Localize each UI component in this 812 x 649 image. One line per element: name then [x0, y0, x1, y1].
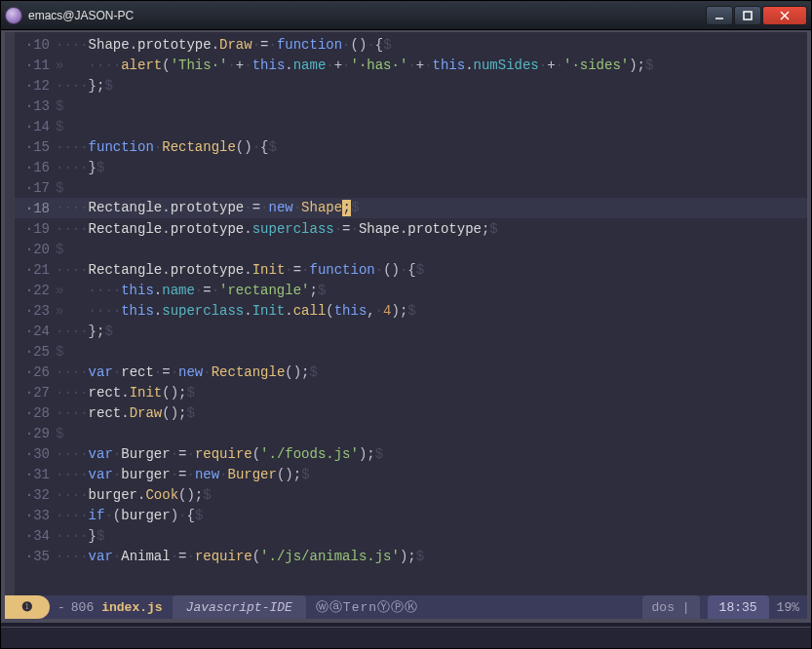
- code-line[interactable]: ·21····Rectangle.prototype.Init·=·functi…: [15, 259, 807, 280]
- code-line[interactable]: ·13$: [15, 95, 807, 116]
- minor-modes[interactable]: ⓦⓐTernⓎⓅⓀ: [316, 598, 418, 616]
- line-number: ·22: [15, 283, 56, 298]
- titlebar: emacs@JASON-PC: [1, 1, 811, 30]
- code-line[interactable]: ·28····rect.Draw();$: [15, 402, 807, 423]
- modified-indicator: -: [58, 600, 65, 615]
- buffer-size: 806: [71, 600, 94, 615]
- code-line[interactable]: ·25$: [15, 341, 807, 362]
- code-content: $: [56, 344, 63, 360]
- code-content: » ····alert('This·'·+·this.name·+·'·has·…: [56, 57, 653, 73]
- code-line[interactable]: ·15····function·Rectangle()·{$: [15, 136, 807, 157]
- fringe: [5, 32, 15, 619]
- code-content: ····}$: [56, 528, 104, 544]
- svg-rect-1: [744, 12, 752, 19]
- code-content: ····var·burger·=·new·Burger();$: [56, 467, 310, 482]
- maximize-button[interactable]: [734, 6, 761, 25]
- minimize-button[interactable]: [706, 6, 733, 25]
- code-line[interactable]: ·22» ····this.name·=·'rectangle';$: [15, 280, 807, 300]
- line-number: ·14: [15, 119, 56, 134]
- line-number: ·28: [15, 405, 56, 421]
- code-line[interactable]: ·27····rect.Init();$: [15, 382, 807, 402]
- window-controls: [706, 6, 807, 25]
- line-number: ·20: [15, 242, 56, 257]
- line-number: ·23: [15, 303, 56, 319]
- code-content: ····var·rect·=·new·Rectangle();$: [56, 364, 318, 380]
- code-content: ····Rectangle.prototype·=·new·Shape;$: [56, 200, 360, 216]
- line-number: ·31: [15, 467, 56, 482]
- code-content: ····var·Animal·=·require('./js/animals.j…: [56, 549, 424, 564]
- code-line[interactable]: ·12····};$: [15, 75, 807, 95]
- line-number: ·10: [15, 37, 56, 53]
- code-line[interactable]: ·33····if·(burger)·{$: [15, 505, 807, 525]
- code-content: ····rect.Init();$: [56, 385, 195, 401]
- code-content: $: [56, 180, 63, 196]
- code-line[interactable]: ·29$: [15, 423, 807, 443]
- code-content: ····};$: [56, 324, 113, 339]
- line-number: ·33: [15, 508, 56, 523]
- line-number: ·11: [15, 57, 56, 73]
- code-content: ····Rectangle.prototype.Init·=·function·…: [56, 262, 424, 278]
- close-button[interactable]: [762, 6, 807, 25]
- editor: ·10····Shape.prototype.Draw·=·function·(…: [1, 30, 811, 623]
- code-line[interactable]: ·31····var·burger·=·new·Burger();$: [15, 464, 807, 484]
- line-number: ·12: [15, 78, 56, 94]
- code-content: ····Rectangle.prototype.superclass·=·Sha…: [56, 221, 498, 237]
- line-number: ·17: [15, 180, 56, 196]
- line-number: ·19: [15, 221, 56, 237]
- minibuffer[interactable]: [1, 627, 811, 648]
- code-content: $: [56, 98, 63, 114]
- code-line[interactable]: ·34····}$: [15, 525, 807, 546]
- code-line[interactable]: ·30····var·Burger·=·require('./foods.js'…: [15, 443, 807, 464]
- code-line[interactable]: ·11» ····alert('This·'·+·this.name·+·'·h…: [15, 55, 807, 75]
- line-number: ·30: [15, 446, 56, 462]
- code-line[interactable]: ·32····burger.Cook();$: [15, 484, 807, 505]
- line-number: ·16: [15, 160, 56, 175]
- code-content: $: [56, 426, 63, 441]
- code-line[interactable]: ·16····}$: [15, 157, 807, 177]
- code-content: ····}$: [56, 160, 104, 175]
- encoding: dos |: [642, 595, 700, 619]
- code-line[interactable]: ·10····Shape.prototype.Draw·=·function·(…: [15, 34, 807, 55]
- code-line[interactable]: ·14$: [15, 116, 807, 136]
- line-number: ·25: [15, 344, 56, 360]
- code-content: ····Shape.prototype.Draw·=·function·()·{…: [56, 37, 392, 53]
- line-number: ·34: [15, 528, 56, 544]
- code-content: » ····this.name·=·'rectangle';$: [56, 283, 326, 298]
- code-content: ····burger.Cook();$: [56, 487, 212, 503]
- line-number: ·18: [15, 201, 56, 216]
- code-content: ····rect.Draw();$: [56, 405, 195, 421]
- code-content: $: [56, 242, 63, 257]
- line-number: ·24: [15, 324, 56, 339]
- modeline[interactable]: ❶ - 806 index.js Javascript-IDE ⓦⓐTernⓎⓅ…: [5, 595, 807, 619]
- code-content: ····};$: [56, 78, 113, 94]
- code-line[interactable]: ·17$: [15, 177, 807, 198]
- cursor-position: 18:35: [708, 595, 769, 619]
- buffer-name: index.js: [101, 600, 162, 615]
- major-mode[interactable]: Javascript-IDE: [173, 595, 306, 619]
- code-line[interactable]: ·18····Rectangle.prototype·=·new·Shape;$: [15, 198, 807, 218]
- code-content: ····if·(burger)·{$: [56, 508, 203, 523]
- code-line[interactable]: ·19····Rectangle.prototype.superclass·=·…: [15, 218, 807, 239]
- line-number: ·29: [15, 426, 56, 441]
- line-number: ·21: [15, 262, 56, 278]
- window-title: emacs@JASON-PC: [28, 9, 706, 22]
- line-number-badge: ❶: [5, 595, 50, 619]
- line-number: ·13: [15, 98, 56, 114]
- code-content: ····var·Burger·=·require('./foods.js');$: [56, 446, 383, 462]
- code-line[interactable]: ·24····};$: [15, 321, 807, 341]
- code-line[interactable]: ·35····var·Animal·=·require('./js/animal…: [15, 546, 807, 566]
- code-line[interactable]: ·23» ····this.superclass.Init.call(this,…: [15, 300, 807, 321]
- code-line[interactable]: ·26····var·rect·=·new·Rectangle();$: [15, 362, 807, 382]
- modeline-right: dos | 18:35 19%: [642, 595, 807, 619]
- cursor: ;: [342, 200, 351, 216]
- code-content: ····function·Rectangle()·{$: [56, 139, 277, 155]
- code-area[interactable]: ·10····Shape.prototype.Draw·=·function·(…: [15, 32, 807, 595]
- line-number: ·27: [15, 385, 56, 401]
- code-content: » ····this.superclass.Init.call(this,·4)…: [56, 303, 416, 319]
- code-line[interactable]: ·20$: [15, 239, 807, 259]
- scroll-percent: 19%: [777, 600, 799, 615]
- line-number: ·15: [15, 139, 56, 155]
- line-number: ·26: [15, 364, 56, 380]
- line-number: ·35: [15, 549, 56, 564]
- app-icon: [5, 7, 22, 24]
